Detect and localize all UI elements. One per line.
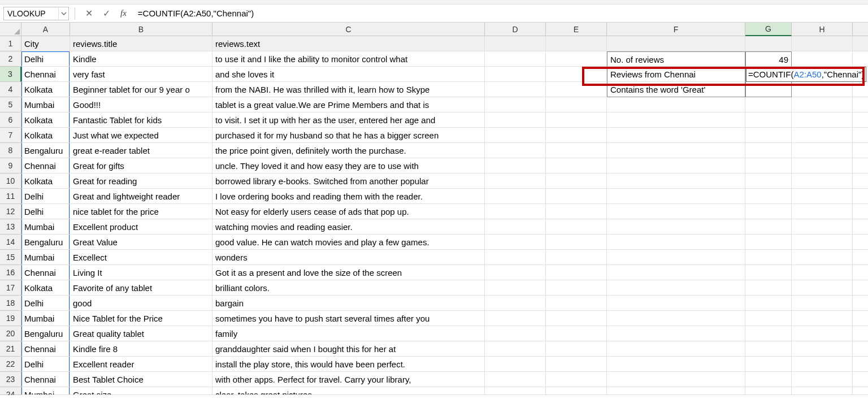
cell[interactable] — [853, 265, 868, 280]
row-header[interactable]: 23 — [0, 372, 21, 387]
cell[interactable] — [485, 67, 546, 82]
cell[interactable] — [607, 128, 745, 143]
row-header[interactable]: 7 — [0, 128, 21, 143]
row-header[interactable]: 11 — [0, 189, 21, 204]
cell[interactable] — [853, 51, 868, 67]
cell[interactable] — [745, 387, 792, 395]
col-header-I[interactable]: I — [853, 23, 868, 36]
cell[interactable] — [485, 219, 546, 235]
select-all-cells[interactable] — [0, 23, 21, 36]
cell[interactable] — [546, 97, 607, 112]
cell[interactable]: Kolkata — [21, 112, 70, 128]
cell[interactable]: Excellent product — [70, 219, 212, 235]
cell[interactable] — [485, 357, 546, 372]
cell[interactable] — [853, 341, 868, 357]
cell[interactable] — [853, 112, 868, 128]
cell[interactable] — [792, 82, 853, 97]
cell[interactable] — [485, 112, 546, 128]
cell[interactable] — [485, 235, 546, 250]
cell[interactable] — [546, 82, 607, 97]
cell[interactable] — [485, 204, 546, 219]
col-header-F[interactable]: F — [607, 23, 745, 36]
row-header[interactable]: 6 — [0, 112, 21, 128]
cell[interactable]: Great size — [70, 387, 212, 395]
cell[interactable]: reviews.title — [70, 36, 212, 51]
cell[interactable] — [546, 189, 607, 204]
row-header[interactable]: 13 — [0, 219, 21, 235]
cell[interactable]: from the NABI. He was thrilled with it, … — [212, 82, 485, 97]
cell[interactable]: Chennai — [21, 372, 70, 387]
cell[interactable] — [546, 158, 607, 174]
cell[interactable] — [792, 280, 853, 296]
cell[interactable]: Great for reading — [70, 174, 212, 189]
cell[interactable] — [792, 387, 853, 395]
cell[interactable] — [546, 51, 607, 67]
cell[interactable] — [745, 174, 792, 189]
row-header[interactable]: 15 — [0, 250, 21, 265]
col-header-B[interactable]: B — [70, 23, 212, 36]
cell[interactable] — [607, 36, 745, 51]
cell[interactable] — [745, 97, 792, 112]
cell[interactable] — [485, 250, 546, 265]
cell[interactable]: Great for gifts — [70, 158, 212, 174]
cell[interactable]: Not easy for elderly users cease of ads … — [212, 204, 485, 219]
col-header-E[interactable]: E — [546, 23, 607, 36]
cell[interactable] — [853, 97, 868, 112]
cell[interactable]: Mumbai — [21, 250, 70, 265]
row-header[interactable]: 4 — [0, 82, 21, 97]
cell[interactable] — [485, 296, 546, 311]
cell[interactable]: sometimes you have to push start several… — [212, 311, 485, 326]
cell[interactable]: Excellect — [70, 250, 212, 265]
cell[interactable] — [546, 311, 607, 326]
cell[interactable] — [792, 250, 853, 265]
cell[interactable]: Kolkata — [21, 280, 70, 296]
cell[interactable] — [485, 189, 546, 204]
cell[interactable] — [792, 51, 853, 67]
cell[interactable] — [607, 311, 745, 326]
col-header-G[interactable]: G — [745, 23, 792, 36]
cell[interactable]: Mumbai — [21, 219, 70, 235]
col-header-C[interactable]: C — [212, 23, 485, 36]
cell[interactable] — [607, 326, 745, 341]
cell[interactable] — [745, 219, 792, 235]
formula-input[interactable] — [134, 7, 865, 20]
cell[interactable] — [485, 36, 546, 51]
cell[interactable]: Favorite of any tablet — [70, 280, 212, 296]
cell[interactable] — [853, 372, 868, 387]
cell[interactable]: Kindle — [70, 51, 212, 67]
enter-icon[interactable]: ✓ — [103, 8, 110, 19]
cell[interactable]: wonders — [212, 250, 485, 265]
cell[interactable]: brilliant colors. — [212, 280, 485, 296]
cell[interactable] — [546, 204, 607, 219]
cell[interactable] — [792, 357, 853, 372]
cell[interactable] — [607, 235, 745, 250]
cell[interactable] — [853, 311, 868, 326]
cell[interactable]: good — [70, 296, 212, 311]
cell[interactable]: Delhi — [21, 357, 70, 372]
cell[interactable]: tablet is a great value.We are Prime Mem… — [212, 97, 485, 112]
cell[interactable] — [745, 158, 792, 174]
cell[interactable]: watching movies and reading easier. — [212, 219, 485, 235]
row-header[interactable]: 24 — [0, 387, 21, 395]
cell[interactable]: to use it and I like the ability to moni… — [212, 51, 485, 67]
cell[interactable]: uncle. They loved it and how easy they a… — [212, 158, 485, 174]
name-box[interactable] — [4, 7, 58, 20]
cell[interactable]: Living It — [70, 265, 212, 280]
row-header[interactable]: 2 — [0, 51, 21, 67]
cell[interactable] — [853, 204, 868, 219]
cell[interactable] — [745, 204, 792, 219]
cell[interactable]: and she loves it — [212, 67, 485, 82]
cell[interactable]: Great quality tablet — [70, 326, 212, 341]
cell[interactable]: install the play store, this would have … — [212, 357, 485, 372]
cell[interactable] — [745, 280, 792, 296]
cell[interactable] — [853, 158, 868, 174]
cell[interactable] — [745, 311, 792, 326]
row-header[interactable]: 14 — [0, 235, 21, 250]
cell[interactable]: Great and lightweight reader — [70, 189, 212, 204]
cell[interactable] — [792, 143, 853, 158]
cell[interactable] — [853, 235, 868, 250]
row-header[interactable]: 9 — [0, 158, 21, 174]
cell[interactable] — [607, 341, 745, 357]
spreadsheet-grid[interactable]: A B C D E F G H I 1Cityreviews.titlerevi… — [0, 23, 868, 395]
cell[interactable] — [546, 280, 607, 296]
